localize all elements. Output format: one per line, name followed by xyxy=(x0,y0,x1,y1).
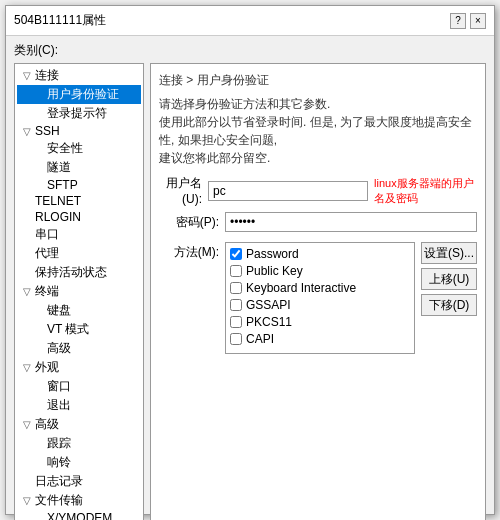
method-options: PasswordPublic KeyKeyboard InteractiveGS… xyxy=(225,242,415,354)
tree-item-vt-mode[interactable]: VT 模式 xyxy=(17,320,141,339)
tree-label-window: 窗口 xyxy=(47,378,71,395)
tree-label-advanced2: 高级 xyxy=(35,416,59,433)
tree-item-bell[interactable]: 响铃 xyxy=(17,453,141,472)
hint-text: linux服务器端的用户名及密码 xyxy=(374,176,477,206)
tree-item-xymodem[interactable]: X/YMODEM xyxy=(17,510,141,520)
method-label: 方法(M): xyxy=(159,242,219,354)
checkbox-label-password: Password xyxy=(246,247,299,261)
tree-label-serial: 串口 xyxy=(35,226,59,243)
close-button[interactable]: × xyxy=(470,13,486,29)
breadcrumb: 连接 > 用户身份验证 xyxy=(159,72,477,89)
dialog-title: 504B111111属性 xyxy=(14,12,106,29)
checkbox-row-capi: CAPI xyxy=(230,332,410,346)
tree-item-keepalive[interactable]: 保持活动状态 xyxy=(17,263,141,282)
checkbox-gssapi[interactable] xyxy=(230,299,242,311)
help-button[interactable]: ? xyxy=(450,13,466,29)
tree-item-terminal[interactable]: ▽终端 xyxy=(17,282,141,301)
tree-item-sftp[interactable]: SFTP xyxy=(17,177,141,193)
tree-item-log[interactable]: 日志记录 xyxy=(17,472,141,491)
tree-label-keyboard: 键盘 xyxy=(47,302,71,319)
tree-label-file-transfer: 文件传输 xyxy=(35,492,83,509)
checkbox-pkcs11[interactable] xyxy=(230,316,242,328)
checkbox-row-keyboard-interactive: Keyboard Interactive xyxy=(230,281,410,295)
username-label: 用户名(U): xyxy=(159,175,202,206)
tree-label-telnet: TELNET xyxy=(35,194,81,208)
tree-label-keepalive: 保持活动状态 xyxy=(35,264,107,281)
tree-panel[interactable]: ▽连接用户身份验证登录提示符▽SSH安全性隧道SFTPTELNETRLOGIN串… xyxy=(14,63,144,520)
tree-item-advanced2[interactable]: ▽高级 xyxy=(17,415,141,434)
tree-item-file-transfer[interactable]: ▽文件传输 xyxy=(17,491,141,510)
password-label: 密码(P): xyxy=(159,214,219,231)
tree-item-serial[interactable]: 串口 xyxy=(17,225,141,244)
tree-item-connect[interactable]: ▽连接 xyxy=(17,66,141,85)
checkbox-row-password: Password xyxy=(230,247,410,261)
tree-item-exit[interactable]: 退出 xyxy=(17,396,141,415)
tree-label-connect: 连接 xyxy=(35,67,59,84)
desc-text1: 请选择身份验证方法和其它参数. 使用此部分以节省登录时间. 但是, 为了最大限度… xyxy=(159,95,477,167)
tree-expander-terminal[interactable]: ▽ xyxy=(21,286,33,297)
method-section: 方法(M): PasswordPublic KeyKeyboard Intera… xyxy=(159,242,477,354)
checkbox-row-gssapi: GSSAPI xyxy=(230,298,410,312)
tree-item-advanced[interactable]: 高级 xyxy=(17,339,141,358)
tree-item-tunnel[interactable]: 隧道 xyxy=(17,158,141,177)
tree-expander-connect[interactable]: ▽ xyxy=(21,70,33,81)
tree-expander-ssh[interactable]: ▽ xyxy=(21,126,33,137)
dialog-body: 类别(C): ▽连接用户身份验证登录提示符▽SSH安全性隧道SFTPTELNET… xyxy=(6,36,494,520)
tree-item-security[interactable]: 安全性 xyxy=(17,139,141,158)
method-buttons: 设置(S)... 上移(U) 下移(D) xyxy=(421,242,477,354)
category-label: 类别(C): xyxy=(14,42,486,59)
tree-label-proxy: 代理 xyxy=(35,245,59,262)
tree-item-proxy[interactable]: 代理 xyxy=(17,244,141,263)
tree-label-terminal: 终端 xyxy=(35,283,59,300)
checkbox-row-public-key: Public Key xyxy=(230,264,410,278)
title-bar-buttons: ? × xyxy=(450,13,486,29)
tree-item-rlogin[interactable]: RLOGIN xyxy=(17,209,141,225)
tree-label-vt-mode: VT 模式 xyxy=(47,321,89,338)
tree-label-trace: 跟踪 xyxy=(47,435,71,452)
tree-label-advanced: 高级 xyxy=(47,340,71,357)
tree-item-telnet[interactable]: TELNET xyxy=(17,193,141,209)
tree-label-log: 日志记录 xyxy=(35,473,83,490)
up-button[interactable]: 上移(U) xyxy=(421,268,477,290)
tree-expander-appearance[interactable]: ▽ xyxy=(21,362,33,373)
tree-label-xymodem: X/YMODEM xyxy=(47,511,112,520)
checkbox-public-key[interactable] xyxy=(230,265,242,277)
down-button[interactable]: 下移(D) xyxy=(421,294,477,316)
content-panel: 连接 > 用户身份验证 请选择身份验证方法和其它参数. 使用此部分以节省登录时间… xyxy=(150,63,486,520)
tree-item-ssh[interactable]: ▽SSH xyxy=(17,123,141,139)
main-dialog: 504B111111属性 ? × 类别(C): ▽连接用户身份验证登录提示符▽S… xyxy=(5,5,495,515)
checkbox-label-gssapi: GSSAPI xyxy=(246,298,291,312)
tree-item-login-prompt[interactable]: 登录提示符 xyxy=(17,104,141,123)
password-input[interactable] xyxy=(225,212,477,232)
tree-label-sftp: SFTP xyxy=(47,178,78,192)
checkbox-label-keyboard-interactive: Keyboard Interactive xyxy=(246,281,356,295)
checkbox-password[interactable] xyxy=(230,248,242,260)
checkbox-label-capi: CAPI xyxy=(246,332,274,346)
tree-label-exit: 退出 xyxy=(47,397,71,414)
checkbox-row-pkcs11: PKCS11 xyxy=(230,315,410,329)
title-bar: 504B111111属性 ? × xyxy=(6,6,494,36)
tree-label-ssh: SSH xyxy=(35,124,60,138)
username-row: 用户名(U): linux服务器端的用户名及密码 xyxy=(159,175,477,206)
tree-label-tunnel: 隧道 xyxy=(47,159,71,176)
username-input[interactable] xyxy=(208,181,368,201)
tree-label-bell: 响铃 xyxy=(47,454,71,471)
tree-expander-advanced2[interactable]: ▽ xyxy=(21,419,33,430)
tree-label-user-auth: 用户身份验证 xyxy=(47,86,119,103)
tree-item-appearance[interactable]: ▽外观 xyxy=(17,358,141,377)
tree-label-rlogin: RLOGIN xyxy=(35,210,81,224)
checkbox-keyboard-interactive[interactable] xyxy=(230,282,242,294)
tree-label-security: 安全性 xyxy=(47,140,83,157)
checkbox-capi[interactable] xyxy=(230,333,242,345)
settings-button[interactable]: 设置(S)... xyxy=(421,242,477,264)
checkbox-label-pkcs11: PKCS11 xyxy=(246,315,292,329)
tree-item-window[interactable]: 窗口 xyxy=(17,377,141,396)
password-row: 密码(P): xyxy=(159,212,477,232)
tree-expander-file-transfer[interactable]: ▽ xyxy=(21,495,33,506)
tree-label-login-prompt: 登录提示符 xyxy=(47,105,107,122)
tree-label-appearance: 外观 xyxy=(35,359,59,376)
tree-item-user-auth[interactable]: 用户身份验证 xyxy=(17,85,141,104)
tree-item-trace[interactable]: 跟踪 xyxy=(17,434,141,453)
tree-item-keyboard[interactable]: 键盘 xyxy=(17,301,141,320)
checkbox-label-public-key: Public Key xyxy=(246,264,303,278)
